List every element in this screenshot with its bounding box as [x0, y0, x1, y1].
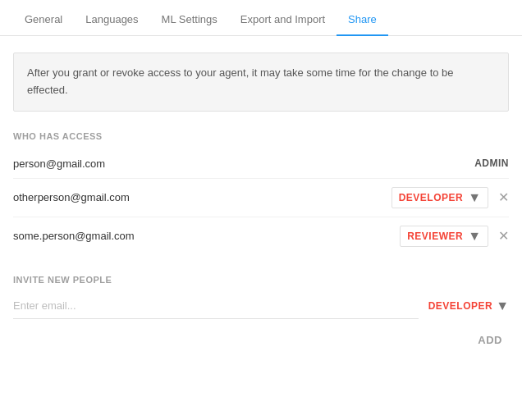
role-colored-label: REVIEWER: [407, 231, 463, 242]
who-has-access-label: WHO HAS ACCESS: [13, 131, 509, 141]
role-select[interactable]: DEVELOPER▼: [392, 187, 488, 208]
invite-role-label: DEVELOPER: [428, 300, 493, 312]
tabs-bar: GeneralLanguagesML SettingsExport and Im…: [0, 0, 522, 36]
access-email: some.person@gmail.com: [13, 230, 135, 242]
page-content: After you grant or revoke access to your…: [0, 36, 522, 368]
add-button[interactable]: ADD: [471, 329, 509, 351]
tab-ml-settings[interactable]: ML Settings: [150, 0, 229, 35]
invite-section: INVITE NEW PEOPLE DEVELOPER ▼: [13, 275, 509, 319]
access-email: otherperson@gmail.com: [13, 191, 130, 203]
info-message: After you grant or revoke access to your…: [13, 52, 509, 112]
role-admin-label: ADMIN: [474, 158, 509, 169]
chevron-down-icon: ▼: [468, 230, 481, 243]
access-right: ADMIN: [474, 158, 509, 169]
invite-row: DEVELOPER ▼: [13, 293, 509, 319]
tab-share[interactable]: Share: [337, 0, 388, 35]
access-row: person@gmail.comADMIN: [13, 149, 509, 179]
access-row: otherperson@gmail.comDEVELOPER▼✕: [13, 179, 509, 217]
remove-access-icon[interactable]: ✕: [498, 189, 509, 205]
info-text: After you grant or revoke access to your…: [27, 66, 454, 96]
chevron-down-icon: ▼: [496, 299, 509, 313]
remove-access-icon[interactable]: ✕: [498, 228, 509, 244]
access-right: REVIEWER▼✕: [400, 226, 509, 247]
role-select[interactable]: REVIEWER▼: [400, 226, 488, 247]
chevron-down-icon: ▼: [468, 191, 481, 204]
access-row: some.person@gmail.comREVIEWER▼✕: [13, 217, 509, 255]
tab-general[interactable]: General: [13, 0, 74, 35]
tab-export-import[interactable]: Export and Import: [229, 0, 337, 35]
invite-label: INVITE NEW PEOPLE: [13, 275, 509, 285]
access-list: person@gmail.comADMINotherperson@gmail.c…: [13, 149, 509, 255]
add-row: ADD: [13, 329, 509, 351]
email-input[interactable]: [13, 293, 419, 319]
invite-role-select[interactable]: DEVELOPER ▼: [428, 299, 509, 313]
access-email: person@gmail.com: [13, 158, 105, 170]
tab-languages[interactable]: Languages: [74, 0, 149, 35]
role-colored-label: DEVELOPER: [399, 192, 464, 203]
access-right: DEVELOPER▼✕: [392, 187, 509, 208]
